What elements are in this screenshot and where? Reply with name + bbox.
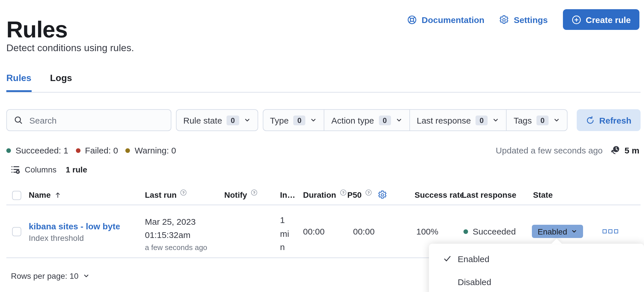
filter-last-response[interactable]: Last response 0	[409, 110, 506, 130]
status-summary: Succeeded: 1 Failed: 0 Warning: 0 Update…	[6, 145, 639, 156]
svg-text:?: ?	[182, 191, 185, 195]
state-value: Enabled	[538, 227, 567, 236]
failed-stat: Failed: 0	[76, 145, 118, 155]
filter-group: Type 0 Action type 0 Last response 0	[262, 109, 568, 131]
tab-rules[interactable]: Rules	[6, 73, 31, 92]
table-meta-row: Columns 1 rule	[11, 165, 87, 174]
row-checkbox[interactable]	[12, 227, 21, 236]
header-p50: P50 ?	[347, 185, 387, 205]
header-interval-label: Interval	[280, 185, 297, 205]
succeeded-stat: Succeeded: 1	[6, 145, 68, 155]
rows-per-page-control[interactable]: Rows per page: 10	[11, 271, 89, 281]
refresh-icon	[586, 116, 595, 124]
chevron-down-icon	[396, 117, 402, 124]
search-input[interactable]	[28, 115, 164, 126]
columns-button[interactable]: Columns	[11, 165, 57, 174]
header-p50-label: P50	[347, 190, 362, 199]
refresh-button[interactable]: Refresh	[577, 109, 641, 131]
header-state: State	[533, 185, 553, 205]
filter-type[interactable]: Type 0	[263, 110, 324, 130]
p50-cell: 00:00	[353, 226, 375, 236]
page-title: Rules	[6, 17, 68, 43]
row-actions-icon[interactable]	[603, 229, 618, 233]
filter-rule-state[interactable]: Rule state 0	[176, 109, 258, 131]
updated-wrap: Updated a few seconds ago 5 m	[496, 145, 639, 156]
refresh-label: Refresh	[599, 115, 631, 125]
succeeded-dot-icon	[6, 148, 11, 153]
svg-text:?: ?	[253, 191, 255, 195]
state-dropdown-button[interactable]: Enabled	[532, 225, 583, 238]
last-run-time: 01:15:32am	[145, 228, 207, 241]
rules-page: Rules Documentation Settings	[0, 0, 644, 292]
clock-refresh-icon	[610, 145, 621, 156]
auto-refresh-interval: 5 m	[624, 145, 639, 155]
documentation-label: Documentation	[422, 15, 484, 24]
gear-icon	[499, 15, 509, 24]
question-in-circle-icon: ?	[180, 189, 187, 196]
sort-ascending-icon	[54, 191, 62, 199]
header-duration-label: Duration	[303, 190, 336, 199]
warning-label: Warning: 0	[135, 145, 176, 155]
updated-text: Updated a few seconds ago	[496, 145, 603, 155]
filter-action-type-count: 0	[379, 115, 391, 125]
search-box	[6, 109, 171, 131]
header-name-label: Name	[29, 190, 51, 199]
toolbar: Rule state 0 Type 0 Action type 0	[6, 109, 641, 131]
warning-dot-icon	[126, 148, 130, 153]
filter-type-count: 0	[293, 115, 305, 125]
header-success-rate-label: Success rate	[415, 185, 463, 205]
last-response-value: Succeeded	[473, 226, 516, 236]
menu-item-enabled[interactable]: Enabled	[429, 247, 644, 270]
chevron-down-icon	[83, 272, 89, 279]
header-state-label: State	[533, 190, 553, 199]
filter-tags-count: 0	[536, 115, 549, 125]
filter-last-response-label: Last response	[417, 115, 471, 125]
state-dropdown-menu: Enabled Disabled	[429, 244, 644, 292]
auto-refresh-control[interactable]: 5 m	[610, 145, 639, 156]
succeeded-dot-icon	[463, 229, 468, 234]
select-all-checkbox[interactable]	[12, 191, 21, 200]
chevron-down-icon	[244, 117, 250, 124]
failed-dot-icon	[76, 148, 80, 153]
header-name[interactable]: Name	[29, 185, 62, 205]
header-actions: Documentation Settings Create rule	[407, 9, 639, 30]
checkmark-icon	[443, 254, 452, 263]
settings-link[interactable]: Settings	[499, 15, 548, 24]
menu-item-disabled[interactable]: Disabled	[429, 270, 644, 292]
last-run-relative: a few seconds ago	[145, 241, 207, 254]
settings-label: Settings	[514, 15, 548, 24]
create-rule-button[interactable]: Create rule	[563, 9, 639, 30]
header-last-response: Last response	[462, 185, 516, 205]
svg-text:?: ?	[367, 191, 370, 195]
filter-last-response-count: 0	[476, 115, 488, 125]
filter-action-type[interactable]: Action type 0	[324, 110, 409, 130]
documentation-link[interactable]: Documentation	[407, 15, 484, 24]
list-add-icon	[11, 165, 20, 174]
success-rate-cell: 100%	[416, 226, 438, 236]
menu-item-enabled-label: Enabled	[458, 254, 489, 264]
rows-per-page-label: Rows per page: 10	[11, 271, 78, 281]
filter-tags-label: Tags	[513, 115, 532, 125]
duration-cell: 00:00	[303, 226, 325, 236]
rule-count: 1 rule	[66, 165, 87, 174]
tabs: Rules Logs	[6, 73, 641, 93]
box-icon	[614, 229, 618, 233]
help-ring-icon	[407, 15, 417, 24]
header-notify: Notify ?	[224, 185, 257, 205]
table-header: Name Last run ? Notify ? Interval Durati…	[0, 185, 644, 205]
tab-logs[interactable]: Logs	[50, 73, 72, 92]
p50-config-gear-icon[interactable]	[378, 190, 387, 199]
header-duration: Duration ?	[303, 185, 346, 205]
filter-tags[interactable]: Tags 0	[506, 110, 567, 130]
rule-name-link[interactable]: kibana sites - low bytes	[29, 221, 120, 231]
rule-type: Index threshold	[29, 233, 84, 243]
box-icon	[603, 229, 607, 233]
question-in-circle-icon: ?	[365, 189, 372, 196]
header-success-rate: Success rate	[415, 185, 463, 205]
menu-item-disabled-label: Disabled	[458, 277, 491, 287]
create-rule-label: Create rule	[586, 15, 631, 24]
svg-text:?: ?	[342, 191, 344, 195]
chevron-down-icon	[571, 228, 578, 235]
health-stats: Succeeded: 1 Failed: 0 Warning: 0	[6, 145, 176, 155]
box-icon	[608, 229, 612, 233]
